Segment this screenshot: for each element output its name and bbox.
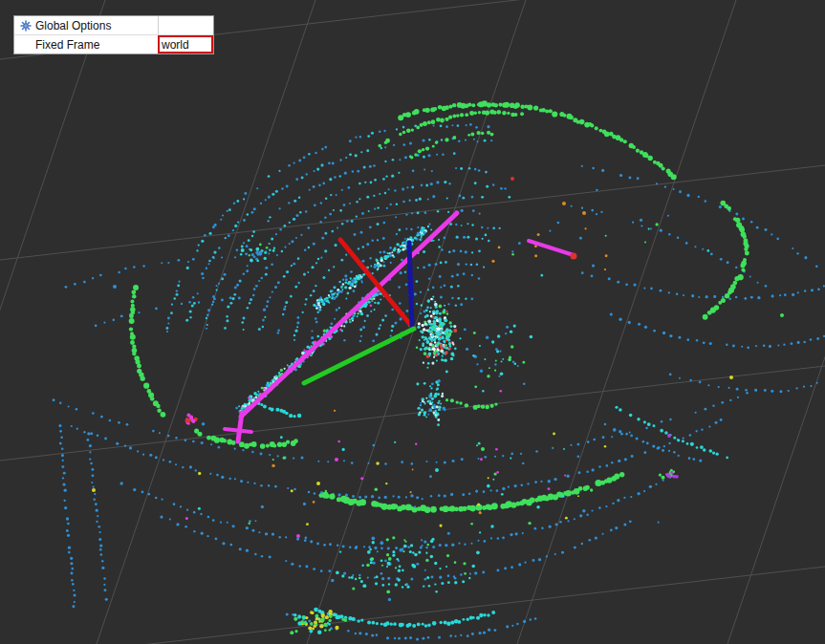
global-options-label: Global Options [35,19,111,32]
fixed-frame-label: Fixed Frame [35,38,99,52]
fixed-frame-name-cell: Fixed Frame [14,35,158,54]
global-options-row[interactable]: Global Options [14,16,213,34]
global-options-value-cell [158,16,213,34]
3d-viewport[interactable] [0,0,825,644]
global-options-panel: Global Options Fixed Frame world [13,15,214,54]
fixed-frame-row[interactable]: Fixed Frame world [14,34,213,54]
fixed-frame-value[interactable]: world [158,35,213,54]
global-options-name-cell: Global Options [14,16,158,34]
global-options-icon [18,19,33,32]
